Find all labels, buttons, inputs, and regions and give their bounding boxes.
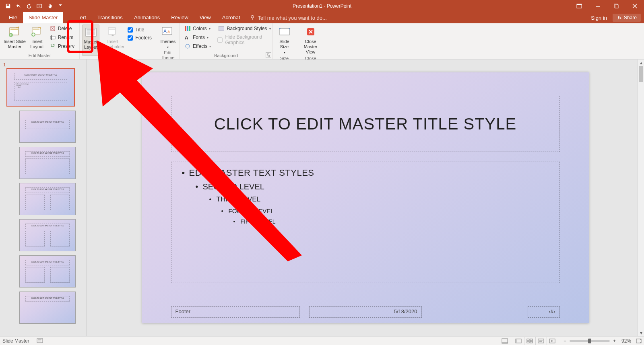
scroll-up-icon[interactable]: ▴ <box>638 60 644 66</box>
touch-mode-button[interactable] <box>45 1 55 11</box>
background-group: Colors ▾ AFonts ▾ Effects ▾ Background S… <box>180 23 273 59</box>
preserve-button[interactable]: Preserv <box>47 42 77 50</box>
close-window-button[interactable] <box>625 0 644 12</box>
svg-point-31 <box>186 44 190 48</box>
svg-point-6 <box>251 15 254 18</box>
svg-point-8 <box>620 17 621 19</box>
share-label: Share <box>624 15 637 21</box>
minimize-button[interactable] <box>588 0 607 12</box>
title-checkbox[interactable]: Title <box>126 26 153 33</box>
svg-rect-29 <box>189 26 190 31</box>
insert-placeholder-button: Insert Placeholder ▾ <box>100 25 125 56</box>
slide-size-label: Slide Size▾ <box>276 39 293 55</box>
start-from-beginning-button[interactable] <box>35 1 44 11</box>
layout-thumbnail[interactable]: CLICK TO EDIT MASTER TITLE STYLE <box>19 255 76 288</box>
review-tab[interactable]: Review <box>165 12 194 23</box>
fonts-button[interactable]: AFonts ▾ <box>182 33 213 41</box>
delete-button[interactable]: Delete <box>47 25 77 33</box>
svg-rect-20 <box>87 31 91 35</box>
scroll-down-icon[interactable]: ▾ <box>638 330 644 336</box>
svg-rect-33 <box>280 29 289 35</box>
vertical-scrollbar[interactable]: ▴ ▾ <box>638 60 644 336</box>
layout-thumbnail[interactable]: CLICK TO EDIT MASTER TITLE STYLE <box>19 111 76 143</box>
insert-slide-master-button[interactable]: Insert Slide Master <box>2 25 27 53</box>
svg-text:A: A <box>163 29 167 34</box>
share-button[interactable]: Share <box>613 14 641 22</box>
footer-placeholder[interactable]: Footer <box>171 306 300 318</box>
close-master-view-button[interactable]: Close Master View <box>299 25 322 56</box>
language-indicator-icon[interactable] <box>37 338 43 344</box>
master-slide-thumbnail[interactable]: CLICK TO EDIT MASTER TITLE STYLE • edit … <box>6 68 75 107</box>
redo-button[interactable] <box>24 1 34 11</box>
body-placeholder[interactable]: EDIT MASTER TEXT STYLES SECOND LEVEL THI… <box>171 162 560 283</box>
title-placeholder[interactable]: CLICK TO EDIT MASTER TITLE STYLE <box>171 96 560 152</box>
background-styles-button[interactable]: Background Styles ▾ <box>216 25 273 33</box>
slide-canvas-area[interactable]: CLICK TO EDIT MASTER TITLE STYLE EDIT MA… <box>87 60 644 336</box>
date-placeholder[interactable]: 5/18/2020 <box>309 306 422 318</box>
title-checkbox-label: Title <box>135 27 144 33</box>
view-tab[interactable]: View <box>194 12 217 23</box>
effects-button[interactable]: Effects ▾ <box>182 42 213 50</box>
ribbon-display-options-button[interactable] <box>570 0 588 12</box>
master-slide[interactable]: CLICK TO EDIT MASTER TITLE STYLE EDIT MA… <box>142 72 589 323</box>
svg-rect-23 <box>109 29 115 30</box>
master-layout-button[interactable]: Master Layout <box>82 25 99 56</box>
slide-size-button[interactable]: Slide Size▾ <box>275 25 293 56</box>
insert-layout-label: Insert Layout <box>29 39 45 49</box>
zoom-in-button[interactable]: + <box>611 338 617 344</box>
page-number-placeholder[interactable]: ‹#› <box>528 306 560 318</box>
background-launcher-icon[interactable] <box>266 52 271 58</box>
layout-thumbnail[interactable]: CLICK TO EDIT MASTER TITLE STYLE <box>19 147 76 179</box>
master-layout-group: Master Layout Insert Placeholder ▾ Title… <box>80 23 156 59</box>
acrobat-tab[interactable]: Acrobat <box>217 12 246 23</box>
file-tab[interactable]: File <box>3 12 23 23</box>
zoom-control: − + 92% <box>562 338 642 344</box>
svg-rect-19 <box>87 29 95 31</box>
save-button[interactable] <box>3 1 13 11</box>
slide-number: 1 <box>3 62 6 67</box>
slide-sorter-view-button[interactable] <box>524 337 535 345</box>
svg-rect-5 <box>615 5 618 8</box>
window-controls <box>570 0 644 12</box>
undo-button[interactable] <box>14 1 23 11</box>
layout-thumbnail[interactable]: CLICK TO EDIT MASTER TITLE STYLE <box>19 183 76 215</box>
edit-theme-group: Aa Themes▾ Edit Theme <box>156 23 180 59</box>
insert-tab-partial[interactable]: ert <box>78 12 92 23</box>
svg-text:a: a <box>167 29 170 34</box>
tell-me-search[interactable]: Tell me what you want to do... <box>250 12 327 23</box>
slide-master-tab[interactable]: Slide Master <box>23 12 63 23</box>
footers-checkbox[interactable]: Footers <box>126 34 153 41</box>
sign-in-link[interactable]: Sign in <box>588 15 610 21</box>
ribbon-tabs: File Slide Master H ert Transitions Anim… <box>0 12 644 23</box>
colors-button[interactable]: Colors ▾ <box>182 25 213 33</box>
qat-customize-button[interactable] <box>56 1 65 11</box>
svg-rect-36 <box>502 339 508 342</box>
fit-to-window-button[interactable] <box>636 339 642 343</box>
themes-button[interactable]: Aa Themes▾ <box>159 25 177 50</box>
svg-rect-39 <box>516 339 517 343</box>
bullet-level-3: THIRD LEVEL <box>207 195 551 203</box>
insert-layout-button[interactable]: Insert Layout <box>28 25 46 53</box>
svg-rect-10 <box>10 29 18 30</box>
rename-button[interactable]: Renam <box>47 33 77 41</box>
layout-thumbnail[interactable]: CLICK TO EDIT MASTER TITLE STYLE <box>19 219 76 251</box>
zoom-slider[interactable] <box>570 340 610 342</box>
slideshow-view-button[interactable] <box>547 337 558 345</box>
transitions-tab[interactable]: Transitions <box>92 12 128 23</box>
animations-tab[interactable]: Animations <box>128 12 165 23</box>
close-group: Close Master View Close <box>296 23 325 59</box>
size-group: Slide Size▾ Size <box>273 23 296 59</box>
normal-view-button[interactable] <box>513 337 524 345</box>
maximize-button[interactable] <box>607 0 625 12</box>
reading-view-button[interactable] <box>535 337 547 345</box>
layout-thumbnail[interactable]: CLICK TO EDIT MASTER TITLE STYLE <box>19 292 76 324</box>
notes-button[interactable] <box>502 338 508 344</box>
edit-master-group: Insert Slide Master Insert Layout Delete… <box>0 23 80 59</box>
effects-label: Effects <box>193 43 207 49</box>
svg-rect-37 <box>502 342 508 343</box>
tell-me-label: Tell me what you want to do... <box>258 15 327 21</box>
zoom-out-button[interactable]: − <box>562 338 568 344</box>
slide-thumbnails-pane[interactable]: 1 CLICK TO EDIT MASTER TITLE STYLE • edi… <box>0 60 87 336</box>
zoom-percent[interactable]: 92% <box>621 338 631 344</box>
scroll-thumb[interactable] <box>639 66 643 82</box>
